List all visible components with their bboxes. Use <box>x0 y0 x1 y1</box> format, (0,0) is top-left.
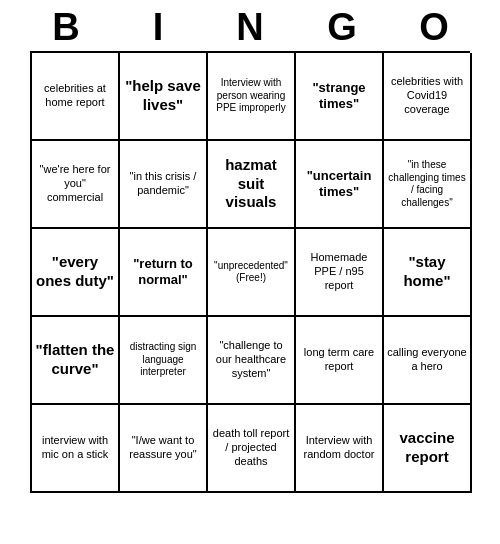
bingo-cell-19[interactable]: calling everyone a hero <box>384 317 472 405</box>
cell-text-23: Interview with random doctor <box>299 434 379 462</box>
cell-text-16: distracting sign language interpreter <box>123 341 203 379</box>
bingo-cell-4[interactable]: celebrities with Covid19 coverage <box>384 53 472 141</box>
bingo-cell-22[interactable]: death toll report / projected deaths <box>208 405 296 493</box>
bingo-cell-14[interactable]: "stay home" <box>384 229 472 317</box>
bingo-cell-18[interactable]: long term care report <box>296 317 384 405</box>
bingo-cell-2[interactable]: Interview with person wearing PPE improp… <box>208 53 296 141</box>
cell-text-22: death toll report / projected deaths <box>211 427 291 468</box>
cell-text-12: "unprecedented" (Free!) <box>211 260 291 285</box>
cell-text-8: "uncertain times" <box>299 168 379 201</box>
cell-text-11: "return to normal" <box>123 256 203 289</box>
bingo-cell-16[interactable]: distracting sign language interpreter <box>120 317 208 405</box>
cell-text-2: Interview with person wearing PPE improp… <box>211 77 291 115</box>
cell-text-13: Homemade PPE / n95 report <box>299 251 379 292</box>
bingo-letter-o: O <box>390 6 478 49</box>
cell-text-10: "every ones duty" <box>35 253 115 291</box>
bingo-cell-11[interactable]: "return to normal" <box>120 229 208 317</box>
bingo-cell-1[interactable]: "help save lives" <box>120 53 208 141</box>
bingo-cell-9[interactable]: "in these challenging times / facing cha… <box>384 141 472 229</box>
bingo-cell-6[interactable]: "in this crisis / pandemic" <box>120 141 208 229</box>
bingo-cell-10[interactable]: "every ones duty" <box>32 229 120 317</box>
bingo-cell-17[interactable]: "challenge to our healthcare system" <box>208 317 296 405</box>
cell-text-4: celebrities with Covid19 coverage <box>387 75 467 116</box>
cell-text-3: "strange times" <box>299 80 379 113</box>
bingo-cell-23[interactable]: Interview with random doctor <box>296 405 384 493</box>
bingo-cell-0[interactable]: celebrities at home report <box>32 53 120 141</box>
bingo-letter-n: N <box>206 6 294 49</box>
bingo-cell-8[interactable]: "uncertain times" <box>296 141 384 229</box>
bingo-cell-5[interactable]: "we're here for you" commercial <box>32 141 120 229</box>
cell-text-5: "we're here for you" commercial <box>35 163 115 204</box>
bingo-letter-b: B <box>22 6 110 49</box>
cell-text-6: "in this crisis / pandemic" <box>123 170 203 198</box>
bingo-letter-g: G <box>298 6 386 49</box>
bingo-cell-3[interactable]: "strange times" <box>296 53 384 141</box>
bingo-cell-12[interactable]: "unprecedented" (Free!) <box>208 229 296 317</box>
cell-text-7: hazmat suit visuals <box>211 156 291 212</box>
bingo-cell-24[interactable]: vaccine report <box>384 405 472 493</box>
bingo-cell-20[interactable]: interview with mic on a stick <box>32 405 120 493</box>
bingo-grid: celebrities at home report"help save liv… <box>30 51 470 493</box>
cell-text-17: "challenge to our healthcare system" <box>211 339 291 380</box>
bingo-cell-13[interactable]: Homemade PPE / n95 report <box>296 229 384 317</box>
cell-text-15: "flatten the curve" <box>35 341 115 379</box>
cell-text-20: interview with mic on a stick <box>35 434 115 462</box>
cell-text-9: "in these challenging times / facing cha… <box>387 159 467 209</box>
cell-text-0: celebrities at home report <box>35 82 115 110</box>
bingo-cell-7[interactable]: hazmat suit visuals <box>208 141 296 229</box>
bingo-letter-i: I <box>114 6 202 49</box>
bingo-cell-15[interactable]: "flatten the curve" <box>32 317 120 405</box>
bingo-cell-21[interactable]: "I/we want to reassure you" <box>120 405 208 493</box>
cell-text-19: calling everyone a hero <box>387 346 467 374</box>
cell-text-1: "help save lives" <box>123 77 203 115</box>
cell-text-21: "I/we want to reassure you" <box>123 434 203 462</box>
bingo-header: BINGO <box>20 0 480 51</box>
cell-text-18: long term care report <box>299 346 379 374</box>
cell-text-24: vaccine report <box>387 429 467 467</box>
cell-text-14: "stay home" <box>387 253 467 291</box>
